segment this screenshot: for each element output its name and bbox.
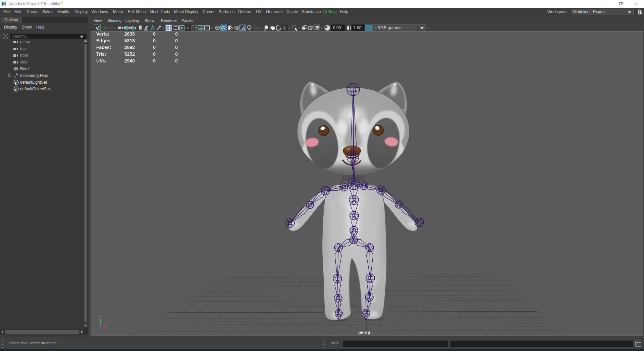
svg-text:z: z [99, 327, 101, 331]
svg-text:0: 0 [175, 32, 178, 37]
svg-text:0: 0 [175, 58, 178, 63]
svg-text:Tris:: Tris: [96, 51, 106, 57]
svg-text:2692: 2692 [124, 45, 135, 50]
svg-text:{;}: {;} [636, 343, 641, 346]
svg-text:0: 0 [153, 51, 156, 57]
svg-text:2940: 2940 [124, 58, 135, 63]
svg-text:5252: 5252 [124, 51, 135, 57]
svg-text:0: 0 [153, 45, 156, 50]
svg-text:0: 0 [153, 38, 156, 43]
svg-text:5318: 5318 [124, 38, 135, 43]
svg-text:2636: 2636 [124, 32, 135, 37]
svg-text:ON: ON [367, 27, 370, 29]
svg-text:Edges:: Edges: [96, 38, 112, 43]
svg-text:UVs:: UVs: [96, 58, 107, 63]
svg-text:0: 0 [175, 51, 178, 57]
svg-text:Faces:: Faces: [96, 45, 111, 50]
svg-text:0: 0 [153, 32, 156, 37]
svg-text:0: 0 [175, 45, 178, 50]
svg-text:y: y [99, 314, 101, 318]
svg-text:0: 0 [175, 38, 178, 43]
svg-text:Verts:: Verts: [96, 32, 109, 37]
svg-text:0: 0 [153, 58, 156, 63]
svg-text:persp: persp [358, 330, 370, 335]
